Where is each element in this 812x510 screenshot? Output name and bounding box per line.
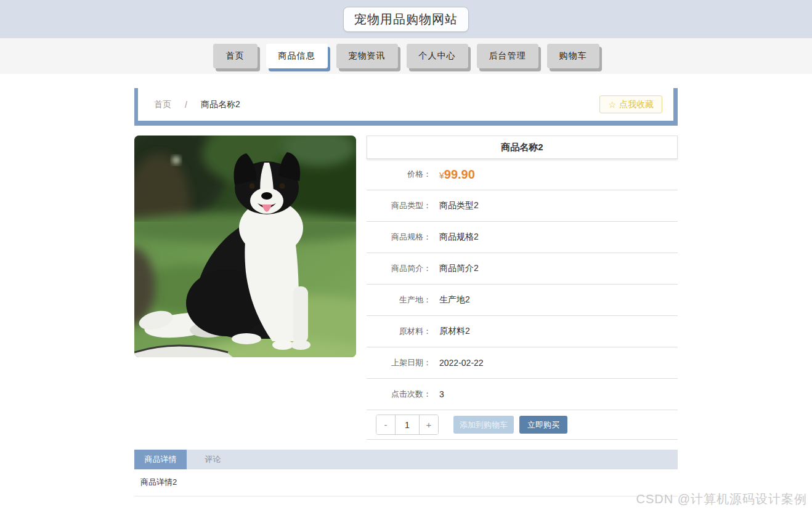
quantity-plus-button[interactable]: + [420, 415, 438, 434]
detail-row-type: 商品类型： 商品类型2 [367, 190, 678, 222]
row-label: 生产地： [367, 294, 431, 306]
row-label: 商品类型： [367, 200, 431, 211]
row-label: 上架日期： [367, 357, 431, 368]
tab-product-detail[interactable]: 商品详情 [134, 450, 187, 469]
product-detail-panel: 商品名称2 价格： ¥99.90 商品类型： 商品类型2 商品规格： 商品规格2… [367, 136, 678, 440]
row-label: 原材料： [367, 326, 431, 337]
page: 宠物用品购物网站 首页 商品信息 宠物资讯 个人中心 后台管理 购物车 首页 /… [0, 0, 812, 510]
page-title: 宠物用品购物网站 [343, 7, 469, 32]
tab-bar: 商品详情 评论 [134, 450, 678, 469]
currency-symbol: ¥ [439, 171, 444, 180]
quantity-stepper: - + [376, 415, 439, 435]
price-number: 99.90 [444, 168, 475, 181]
nav-tab-pet-news[interactable]: 宠物资讯 [336, 44, 398, 68]
detail-row-origin: 生产地： 生产地2 [367, 285, 678, 316]
breadcrumb-home-link[interactable]: 首页 [154, 99, 171, 110]
row-label: 商品简介： [367, 263, 431, 274]
header-bar: 宠物用品购物网站 [0, 0, 812, 38]
detail-row-clicks: 点击次数： 3 [367, 379, 678, 410]
tab-content: 商品详情2 [134, 469, 678, 496]
nav-tab-product-info[interactable]: 商品信息 [266, 44, 328, 68]
quantity-minus-button[interactable]: - [376, 415, 395, 434]
nav-tab-personal-center[interactable]: 个人中心 [407, 44, 468, 68]
row-value: 生产地2 [439, 294, 470, 306]
nav-tab-home[interactable]: 首页 [213, 44, 258, 68]
product-image [134, 136, 356, 357]
row-value: 商品规格2 [439, 232, 479, 243]
nav-tab-admin[interactable]: 后台管理 [477, 44, 538, 68]
nav-tab-cart[interactable]: 购物车 [547, 44, 599, 68]
detail-row-material: 原材料： 原材料2 [367, 316, 678, 347]
tab-comments[interactable]: 评论 [187, 450, 239, 469]
breadcrumb-separator: / [185, 100, 187, 110]
product-title: 商品名称2 [367, 136, 678, 159]
buy-now-button[interactable]: 立即购买 [519, 416, 567, 434]
detail-row-intro: 商品简介： 商品简介2 [367, 253, 678, 285]
breadcrumb: 首页 / 商品名称2 [138, 99, 599, 110]
quantity-input[interactable] [395, 415, 420, 434]
purchase-action-row: - + 添加到购物车 立即购买 [367, 410, 678, 440]
dog-photo-illustration [134, 136, 356, 357]
detail-row-spec: 商品规格： 商品规格2 [367, 222, 678, 253]
row-value: 原材料2 [439, 326, 470, 337]
row-value: 商品简介2 [439, 263, 479, 274]
price-label: 价格： [367, 169, 431, 180]
favorite-label: 点我收藏 [619, 99, 654, 110]
csdn-watermark: CSDN @计算机源码设计案例 [636, 491, 807, 508]
detail-row-date: 上架日期： 2022-02-22 [367, 347, 678, 379]
row-label: 点击次数： [367, 389, 431, 400]
price-value: ¥99.90 [439, 168, 475, 182]
favorite-button[interactable]: ☆ 点我收藏 [599, 95, 662, 113]
breadcrumb-current: 商品名称2 [201, 99, 240, 110]
add-to-cart-button[interactable]: 添加到购物车 [453, 416, 514, 434]
star-icon: ☆ [608, 100, 616, 110]
row-value: 3 [439, 389, 444, 399]
row-label: 商品规格： [367, 232, 431, 243]
row-value: 2022-02-22 [439, 358, 484, 368]
row-value: 商品类型2 [439, 200, 479, 211]
detail-tabs-box: 商品详情 评论 商品详情2 [134, 450, 678, 496]
breadcrumb-box: 首页 / 商品名称2 ☆ 点我收藏 [134, 88, 678, 126]
price-row: 价格： ¥99.90 [367, 159, 678, 190]
main-nav: 首页 商品信息 宠物资讯 个人中心 后台管理 购物车 [0, 38, 812, 74]
